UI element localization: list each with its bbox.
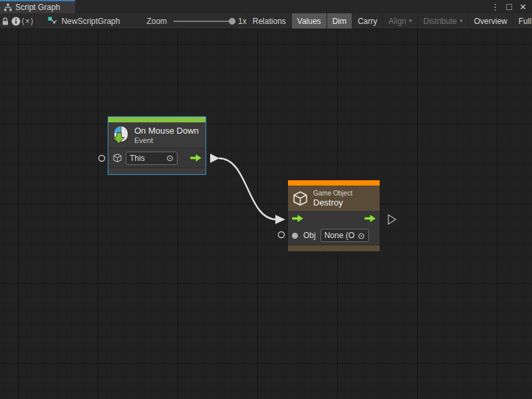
flow-arrow-icon bbox=[292, 215, 303, 222]
align-button[interactable]: Align ▾ bbox=[382, 13, 417, 29]
node-title: On Mouse Down bbox=[134, 126, 199, 136]
values-label: Values bbox=[297, 17, 321, 26]
obj-port-dot[interactable] bbox=[292, 233, 298, 239]
dim-button[interactable]: Dim bbox=[327, 13, 352, 29]
zoom-value: 1x bbox=[238, 17, 247, 26]
fullscreen-button[interactable]: Full S bbox=[513, 13, 532, 29]
node-footer bbox=[288, 245, 380, 251]
node-body: This ⊙ bbox=[108, 148, 205, 168]
node-accent-bar bbox=[108, 117, 205, 122]
carry-label: Carry bbox=[358, 17, 377, 26]
target-icon: ⊙ bbox=[166, 154, 174, 162]
node-on-mouse-down[interactable]: On Mouse Down Event This ⊙ bbox=[108, 116, 206, 175]
graph-breadcrumb[interactable]: NewScriptGraph bbox=[48, 17, 120, 26]
maximize-icon[interactable]: □ bbox=[503, 2, 515, 11]
obj-label: Obj bbox=[303, 231, 316, 240]
target-icon: ⊙ bbox=[358, 231, 365, 240]
wire-start-arrow bbox=[210, 154, 219, 163]
window-controls: ⋮ □ ✕ bbox=[489, 0, 532, 13]
wire-end-arrow bbox=[275, 215, 285, 224]
tab-bar: Script Graph ⋮ □ ✕ bbox=[0, 0, 532, 13]
flow-arrow-icon bbox=[190, 154, 201, 162]
script-graph-window: Script Graph ⋮ □ ✕ ⟨×⟩ bbox=[0, 0, 532, 399]
distribute-label: Distribute bbox=[424, 17, 458, 26]
toolbar-buttons: Relations Values Dim Carry Align ▾ Distr… bbox=[247, 13, 532, 29]
values-button[interactable]: Values bbox=[291, 13, 327, 29]
target-row: This ⊙ bbox=[108, 148, 205, 168]
lock-icon bbox=[0, 16, 11, 27]
chevron-down-icon: ▾ bbox=[409, 18, 412, 24]
node-title: Destroy bbox=[313, 198, 352, 207]
node-body: Obj None (O ⊙ bbox=[288, 211, 380, 245]
obj-row: Obj None (O ⊙ bbox=[288, 226, 380, 245]
graph-icon bbox=[48, 17, 57, 25]
destroy-output-port[interactable] bbox=[388, 215, 396, 224]
mouse-down-icon bbox=[112, 126, 130, 144]
node-titles: On Mouse Down Event bbox=[134, 126, 199, 144]
lock-button[interactable] bbox=[0, 13, 11, 29]
graph-toolbar: ⟨×⟩ NewScriptGraph Zoom 1x Relations Val… bbox=[0, 13, 532, 29]
hierarchy-icon bbox=[4, 3, 12, 11]
flow-row bbox=[288, 211, 380, 226]
tab-script-graph[interactable]: Script Graph bbox=[0, 0, 75, 13]
connection-wire[interactable] bbox=[219, 158, 277, 219]
node-category: Game Object bbox=[313, 190, 352, 197]
graph-name-label: NewScriptGraph bbox=[61, 17, 120, 26]
overview-label: Overview bbox=[474, 17, 507, 26]
graph-canvas[interactable]: On Mouse Down Event This ⊙ bbox=[0, 29, 532, 399]
gameobject-cube-icon bbox=[292, 190, 309, 207]
node-header[interactable]: Game Object Destroy bbox=[288, 186, 380, 211]
flow-input-port[interactable] bbox=[292, 215, 303, 222]
wire-layer bbox=[0, 29, 532, 399]
relations-button[interactable]: Relations bbox=[247, 13, 291, 29]
code-icon: ⟨×⟩ bbox=[21, 17, 34, 26]
overview-button[interactable]: Overview bbox=[468, 13, 513, 29]
obj-field[interactable]: None (O ⊙ bbox=[321, 229, 369, 242]
zoom-slider[interactable] bbox=[174, 21, 232, 22]
node-subtitle: Event bbox=[134, 136, 199, 144]
align-label: Align bbox=[388, 17, 406, 26]
zoom-label: Zoom bbox=[146, 17, 167, 26]
node-destroy[interactable]: Game Object Destroy bbox=[287, 180, 380, 252]
node-accent-bar bbox=[288, 180, 380, 186]
flow-output-port[interactable] bbox=[364, 215, 376, 222]
zoom-slider-handle[interactable] bbox=[229, 18, 235, 25]
obj-field-value: None (O bbox=[325, 231, 354, 240]
relations-label: Relations bbox=[253, 17, 286, 26]
distribute-button[interactable]: Distribute ▾ bbox=[418, 13, 468, 29]
node-header[interactable]: On Mouse Down Event bbox=[108, 122, 205, 148]
fullscreen-label: Full S bbox=[519, 17, 532, 26]
zoom-control: Zoom 1x bbox=[146, 17, 246, 26]
node-footer bbox=[108, 168, 205, 174]
dim-label: Dim bbox=[332, 17, 346, 26]
info-icon bbox=[11, 17, 21, 26]
window-menu-icon[interactable]: ⋮ bbox=[489, 3, 501, 11]
obj-input-port[interactable] bbox=[279, 232, 285, 238]
gameobject-cube-icon bbox=[112, 153, 122, 163]
event-input-port[interactable] bbox=[99, 156, 105, 162]
close-icon[interactable]: ✕ bbox=[517, 3, 529, 11]
chevron-down-icon: ▾ bbox=[460, 18, 463, 24]
info-button[interactable] bbox=[11, 13, 21, 29]
target-field-value: This bbox=[130, 154, 145, 163]
target-field[interactable]: This ⊙ bbox=[126, 152, 178, 165]
tab-title: Script Graph bbox=[15, 3, 60, 12]
flow-arrow-icon bbox=[364, 215, 376, 222]
code-view-button[interactable]: ⟨×⟩ bbox=[21, 13, 35, 29]
node-titles: Game Object Destroy bbox=[313, 190, 352, 207]
carry-button[interactable]: Carry bbox=[352, 13, 382, 29]
flow-output-port[interactable] bbox=[190, 154, 201, 162]
